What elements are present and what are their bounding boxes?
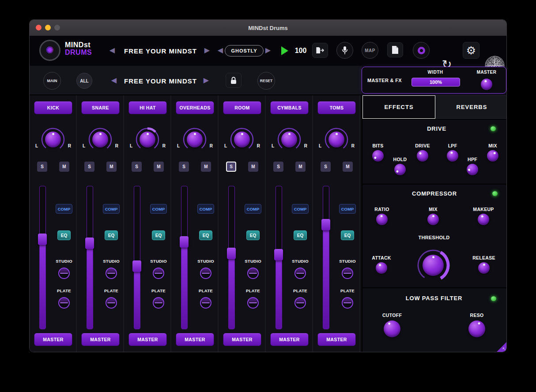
solo-button[interactable]: S — [179, 162, 189, 172]
eq-button[interactable]: EQ — [152, 230, 165, 240]
tab-reverbs[interactable]: REVERBS — [435, 95, 507, 119]
volume-fader[interactable] — [228, 186, 235, 329]
drive-hold-knob[interactable]: HOLD — [388, 157, 412, 175]
drive-power-led[interactable] — [491, 126, 496, 131]
map-button[interactable]: MAP — [362, 42, 378, 59]
threshold-knob[interactable] — [423, 255, 444, 276]
lowpass-power-led[interactable] — [491, 296, 496, 301]
comp-button[interactable]: COMP — [56, 204, 72, 214]
main-button[interactable]: MAIN — [43, 72, 61, 90]
solo-button[interactable]: S — [226, 162, 236, 172]
channel-master-button[interactable]: MASTER — [128, 333, 167, 346]
play-button[interactable] — [281, 46, 288, 55]
fader-handle[interactable] — [132, 260, 141, 272]
document-button[interactable] — [387, 42, 403, 57]
mute-button[interactable]: M — [295, 162, 306, 172]
all-button[interactable]: ALL — [76, 73, 92, 89]
channel-master-button[interactable]: MASTER — [270, 333, 309, 346]
plate-send-knob[interactable] — [106, 297, 117, 309]
comp-release-knob[interactable]: RELEASE — [472, 255, 496, 274]
volume-fader[interactable] — [39, 186, 46, 329]
close-window-button[interactable] — [36, 25, 42, 30]
preset-prev-arrow[interactable]: ◀ — [108, 46, 117, 54]
export-midi-button[interactable] — [312, 43, 328, 58]
channel-master-button[interactable]: MASTER — [34, 333, 72, 346]
drive-mix-knob[interactable]: MIX — [480, 143, 505, 162]
plate-send-knob[interactable] — [247, 297, 259, 309]
pan-knob[interactable] — [328, 132, 344, 147]
bpm-value[interactable]: 100 — [293, 47, 309, 55]
reset-button[interactable]: RESET — [257, 72, 275, 90]
eq-button[interactable]: EQ — [57, 230, 71, 240]
lock-button[interactable] — [226, 73, 242, 88]
comp-button[interactable]: COMP — [103, 204, 120, 214]
comp-attack-knob[interactable]: ATTACK — [369, 255, 394, 274]
solo-button[interactable]: S — [84, 162, 94, 172]
studio-send-knob[interactable] — [294, 268, 306, 279]
fader-handle[interactable] — [227, 248, 236, 259]
mute-button[interactable]: M — [154, 162, 164, 172]
drive-bits-knob[interactable]: BITS — [366, 143, 390, 162]
mic-button[interactable] — [336, 42, 353, 59]
solo-button[interactable]: S — [321, 162, 331, 172]
mute-button[interactable]: M — [106, 162, 117, 172]
fader-handle[interactable] — [321, 219, 330, 230]
solo-button[interactable]: S — [37, 162, 47, 172]
eq-button[interactable]: EQ — [199, 230, 212, 240]
fader-handle[interactable] — [85, 237, 94, 249]
comp-mix-knob[interactable]: MIX — [421, 207, 445, 225]
fader-handle[interactable] — [274, 249, 283, 260]
pan-knob[interactable] — [45, 132, 61, 147]
drive-drive-knob[interactable]: DRIVE — [410, 143, 435, 162]
channel-name-button[interactable]: SNARE — [81, 101, 120, 114]
volume-fader[interactable] — [276, 186, 282, 329]
minimize-window-button[interactable] — [45, 25, 51, 30]
channel-master-button[interactable]: MASTER — [81, 333, 120, 346]
plate-send-knob[interactable] — [200, 297, 211, 309]
pan-knob[interactable] — [187, 132, 203, 147]
preset-next-arrow[interactable]: ▶ — [203, 46, 211, 54]
fader-handle[interactable] — [38, 234, 47, 245]
channel-name-button[interactable]: ROOM — [223, 101, 261, 114]
comp-ratio-knob[interactable]: RATIO — [370, 207, 394, 225]
eq-button[interactable]: EQ — [246, 230, 260, 240]
comp-button[interactable]: COMP — [150, 204, 167, 214]
solo-button[interactable]: S — [132, 162, 142, 172]
studio-send-knob[interactable] — [106, 268, 117, 279]
compressor-power-led[interactable] — [492, 191, 498, 196]
studio-send-knob[interactable] — [153, 268, 164, 279]
studio-send-knob[interactable] — [247, 268, 259, 279]
kit-next-arrow[interactable]: ▶ — [202, 76, 211, 84]
lpf-reso-knob[interactable]: RESO — [460, 313, 494, 337]
lpf-cutoff-knob[interactable]: CUTOFF — [375, 313, 409, 337]
eq-button[interactable]: EQ — [294, 230, 307, 240]
eq-button[interactable]: EQ — [341, 230, 354, 240]
channel-name-button[interactable]: KICK — [34, 101, 72, 114]
kit-prev-arrow[interactable]: ◀ — [109, 76, 118, 84]
mute-button[interactable]: M — [201, 162, 211, 172]
comp-button[interactable]: COMP — [197, 204, 214, 214]
record-button[interactable] — [413, 42, 430, 59]
fader-handle[interactable] — [180, 236, 189, 248]
comp-button[interactable]: COMP — [339, 204, 356, 214]
channel-master-button[interactable]: MASTER — [317, 333, 356, 346]
volume-fader[interactable] — [134, 186, 140, 329]
channel-master-button[interactable]: MASTER — [176, 333, 214, 346]
channel-name-button[interactable]: CYMBALS — [270, 101, 309, 114]
master-volume-knob[interactable] — [481, 79, 492, 90]
comp-button[interactable]: COMP — [245, 204, 261, 214]
channel-master-button[interactable]: MASTER — [223, 333, 261, 346]
studio-send-knob[interactable] — [58, 268, 70, 279]
zoom-window-button[interactable] — [54, 25, 60, 30]
style-selector[interactable]: GHOSTLY — [225, 45, 264, 57]
studio-send-knob[interactable] — [342, 268, 353, 279]
plate-send-knob[interactable] — [58, 297, 70, 309]
mute-button[interactable]: M — [343, 162, 353, 172]
channel-name-button[interactable]: TOMS — [317, 101, 356, 114]
channel-name-button[interactable]: HI HAT — [128, 101, 167, 114]
width-slider[interactable]: 100% — [411, 78, 460, 87]
pan-knob[interactable] — [281, 132, 297, 147]
pan-knob[interactable] — [140, 132, 155, 147]
plate-send-knob[interactable] — [342, 297, 353, 309]
volume-fader[interactable] — [323, 186, 329, 329]
